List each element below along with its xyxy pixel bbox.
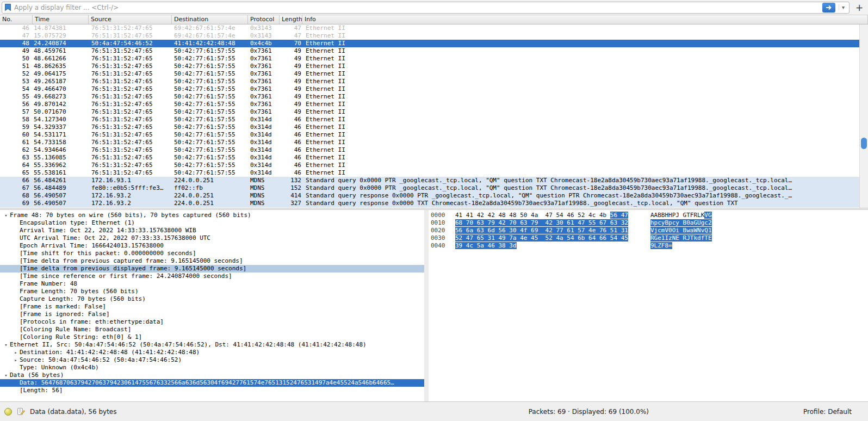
packet-list-scrollbar[interactable] <box>859 24 868 208</box>
filter-dropdown-icon[interactable]: ▾ <box>839 4 846 10</box>
detail-row[interactable]: [Time since reference or first frame: 24… <box>0 273 424 280</box>
hex-bytes-selected[interactable]: 56 47 <box>610 212 628 219</box>
vertical-splitter[interactable] <box>424 210 429 401</box>
status-packet-counts: Packets: 69 · Displayed: 69 (100.0%) <box>529 408 649 416</box>
detail-row[interactable]: [Protocols in frame: eth:ethertype:data] <box>0 318 424 326</box>
detail-row[interactable]: [Coloring Rule String: eth[0] & 1] <box>0 333 424 341</box>
hex-bytes-selected[interactable]: 52 47 65 31 49 7a 4e 45 52 4a 54 6b 64 6… <box>455 234 628 242</box>
filter-add-button[interactable]: + <box>854 2 865 13</box>
ascii-bytes[interactable]: RGe1IzNE RJTkdfTE <box>650 234 712 242</box>
column-header-length[interactable]: Length <box>280 15 302 24</box>
ascii-selected[interactable]: VjcmV0Oi BwaWNvQ1 <box>650 227 712 234</box>
column-header-destination[interactable]: Destination <box>172 15 248 24</box>
detail-row[interactable]: Frame Length: 70 bytes (560 bits) <box>0 288 424 295</box>
apply-filter-button[interactable] <box>822 3 835 13</box>
packet-row[interactable]: 6355.13608576:51:31:52:47:6550:42:77:61:… <box>0 154 859 162</box>
column-header-info[interactable]: Info <box>302 15 868 24</box>
packet-row[interactable]: 5449.46647076:51:31:52:47:6550:42:77:61:… <box>0 85 859 93</box>
packet-row[interactable]: 4614.87438176:51:31:52:47:6569:42:67:61:… <box>0 24 859 32</box>
ascii-bytes[interactable]: AABBHHPJ GTFRLKVG <box>650 212 712 219</box>
packet-cell-no: 62 <box>0 146 33 154</box>
detail-row[interactable]: UTC Arrival Time: Oct 22, 2022 07:33:33.… <box>0 234 424 242</box>
packet-row[interactable]: 5854.12734076:51:31:52:47:6550:42:77:61:… <box>0 116 859 123</box>
capture-comment-icon[interactable] <box>17 407 25 416</box>
detail-row[interactable]: ▾Ethernet II, Src: 50:4a:47:54:46:52 (50… <box>0 341 424 349</box>
detail-row[interactable]: Type: Unknown (0x4c4b) <box>0 364 424 372</box>
detail-row[interactable]: Encapsulation type: Ethernet (1) <box>0 219 424 227</box>
ascii-selected[interactable]: hpcyBpcy B0aGUgc2 <box>650 219 712 226</box>
packet-row[interactable]: 6054.53117176:51:31:52:47:6550:42:77:61:… <box>0 131 859 139</box>
detail-row[interactable]: [Coloring Rule Name: Broadcast] <box>0 326 424 333</box>
ascii-selected[interactable]: VG <box>704 212 711 219</box>
hex-bytes[interactable]: 56 6a 63 6d 56 30 4f 69 42 77 61 57 4e 7… <box>455 227 650 234</box>
hex-bytes[interactable]: 52 47 65 31 49 7a 4e 45 52 4a 54 6b 64 6… <box>455 234 650 242</box>
packet-row[interactable]: 6555.53816176:51:31:52:47:6550:42:77:61:… <box>0 169 859 177</box>
hex-bytes[interactable]: 39 4c 5a 46 38 3d <box>455 242 650 250</box>
ascii-selected[interactable]: 9LZF8= <box>650 242 672 249</box>
packet-cell-no: 63 <box>0 154 33 162</box>
display-filter-input[interactable]: Apply a display filter ... <Ctrl-/> ▾ <box>2 2 850 14</box>
detail-row[interactable]: Frame Number: 48 <box>0 280 424 288</box>
packet-row[interactable]: 6154.73315876:51:31:52:47:6550:42:77:61:… <box>0 139 859 146</box>
detail-row[interactable]: Epoch Arrival Time: 1666424013.157638000 <box>0 242 424 250</box>
packet-row[interactable]: 5048.66126676:51:31:52:47:6550:42:77:61:… <box>0 55 859 63</box>
detail-row[interactable]: Capture Length: 70 bytes (560 bits) <box>0 295 424 303</box>
packet-cell-src: 172.16.93.2 <box>89 200 172 207</box>
detail-row[interactable]: ▸Destination: 41:41:42:42:48:48 (41:41:4… <box>0 349 424 356</box>
packet-row[interactable]: 5349.26518776:51:31:52:47:6550:42:77:61:… <box>0 78 859 85</box>
collapse-icon[interactable]: ▾ <box>2 341 10 349</box>
detail-row[interactable]: [Frame is ignored: False] <box>0 311 424 318</box>
hex-bytes-plain[interactable]: 41 41 42 42 48 48 50 4a 47 54 46 52 4c 4… <box>455 212 610 219</box>
detail-row[interactable]: ▸Source: 50:4a:47:54:46:52 (50:4a:47:54:… <box>0 356 424 364</box>
ascii-bytes[interactable]: 9LZF8= <box>650 242 672 250</box>
packet-row[interactable]: 6756.484489fe80::e0b5:5fff:fe3…ff02::fbM… <box>0 184 859 192</box>
detail-row[interactable]: [Time delta from previous captured frame… <box>0 257 424 265</box>
column-header-time[interactable]: Time <box>33 15 89 24</box>
ascii-bytes[interactable]: VjcmV0Oi BwaWNvQ1 <box>650 227 712 234</box>
collapse-icon[interactable]: ▾ <box>2 372 10 379</box>
hex-bytes-selected[interactable]: 68 70 63 79 42 70 63 79 42 30 61 47 55 6… <box>455 219 628 226</box>
detail-row[interactable]: ▾Frame 48: 70 bytes on wire (560 bits), … <box>0 212 424 219</box>
detail-row[interactable]: [Length: 56] <box>0 387 424 394</box>
detail-row[interactable]: Data: 5647687063794270637942306147556763… <box>0 379 424 387</box>
collapse-icon[interactable]: ▾ <box>2 212 10 219</box>
expand-icon[interactable]: ▸ <box>12 349 20 356</box>
packet-row[interactable]: 4824.24087450:4a:47:54:46:5241:41:42:42:… <box>0 40 859 47</box>
ascii-bytes[interactable]: hpcyBpcy B0aGUgc2 <box>650 219 712 227</box>
packet-cell-len: 46 <box>280 123 302 131</box>
detail-row[interactable]: [Frame is marked: False] <box>0 303 424 311</box>
detail-row[interactable]: Arrival Time: Oct 22, 2022 14:33:33.1576… <box>0 227 424 234</box>
packet-row[interactable]: 6956.490507172.16.93.2224.0.0.251MDNS327… <box>0 200 859 207</box>
packet-row[interactable]: 6856.490507172.16.93.2224.0.0.251MDNS414… <box>0 192 859 200</box>
ascii-plain[interactable]: AABBHHPJ GTFRLK <box>650 212 704 219</box>
packet-row[interactable]: 6455.33696276:51:31:52:47:6550:42:77:61:… <box>0 162 859 169</box>
packet-row[interactable]: 4715.07572976:51:31:52:47:6569:42:67:61:… <box>0 32 859 40</box>
packet-row[interactable]: 5148.86263576:51:31:52:47:6550:42:77:61:… <box>0 63 859 70</box>
hex-bytes-selected[interactable]: 39 4c 5a 46 38 3d <box>455 242 517 249</box>
ascii-selected[interactable]: RGe1IzNE RJTkdfTE <box>650 234 712 242</box>
expand-icon[interactable]: ▸ <box>12 356 20 364</box>
hex-bytes[interactable]: 41 41 42 42 48 48 50 4a 47 54 46 52 4c 4… <box>455 212 650 219</box>
detail-row[interactable]: [Time shift for this packet: 0.000000000… <box>0 250 424 257</box>
packet-row[interactable]: 5249.06417576:51:31:52:47:6550:42:77:61:… <box>0 70 859 78</box>
hex-bytes[interactable]: 68 70 63 79 42 70 63 79 42 30 61 47 55 6… <box>455 219 650 227</box>
packet-cell-dst: 50:42:77:61:57:55 <box>172 169 248 177</box>
expert-info-icon[interactable] <box>4 408 12 416</box>
hex-bytes-selected[interactable]: 56 6a 63 6d 56 30 4f 69 42 77 61 57 4e 7… <box>455 227 628 234</box>
packet-cell-len: 46 <box>280 154 302 162</box>
detail-row[interactable]: ▾Data (56 bytes) <box>0 372 424 379</box>
column-header-protocol[interactable]: Protocol <box>248 15 280 24</box>
packet-row[interactable]: 5954.32933776:51:31:52:47:6550:42:77:61:… <box>0 123 859 131</box>
packet-row[interactable]: 4948.45976176:51:31:52:47:6550:42:77:61:… <box>0 47 859 55</box>
column-header-source[interactable]: Source <box>89 15 172 24</box>
filter-bookmark-icon[interactable] <box>5 4 11 11</box>
packet-row[interactable]: 6656.484261172.16.93.1224.0.0.251MDNS132… <box>0 177 859 184</box>
packet-row[interactable]: 6254.93464676:51:31:52:47:6550:42:77:61:… <box>0 146 859 154</box>
packet-row[interactable]: 5549.66827376:51:31:52:47:6550:42:77:61:… <box>0 93 859 101</box>
column-header-no[interactable]: No. <box>0 15 33 24</box>
packet-row[interactable]: 5750.07167076:51:31:52:47:6550:42:77:61:… <box>0 108 859 116</box>
scrollbar-thumb[interactable] <box>861 138 867 149</box>
detail-row[interactable]: [Time delta from previous displayed fram… <box>0 265 424 273</box>
status-profile[interactable]: Profile: Default <box>803 408 852 416</box>
packet-row[interactable]: 5649.87014276:51:31:52:47:6550:42:77:61:… <box>0 101 859 108</box>
